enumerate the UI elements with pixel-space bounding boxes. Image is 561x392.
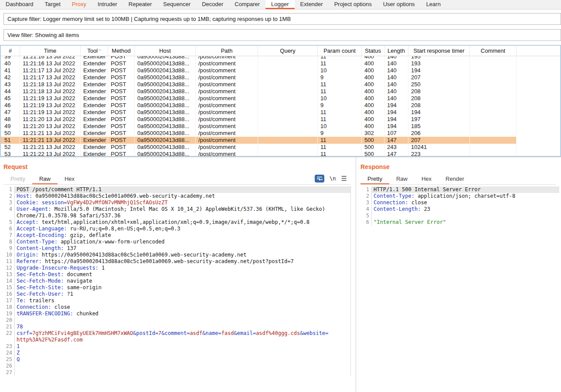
capture-filter-bar[interactable]: Capture filter: Logger memory limit set … xyxy=(3,13,561,25)
line-content xyxy=(15,317,350,324)
cell-timer: 194 xyxy=(408,109,470,116)
table-row[interactable]: 4211:21:17 13 Jul 2022ExtenderPOST0a9500… xyxy=(1,74,560,81)
cell-path: /post/comment xyxy=(196,102,258,109)
editor-tab-raw[interactable]: Raw xyxy=(389,174,415,184)
cell-query xyxy=(258,151,318,156)
menu-tab-extender[interactable]: Extender xyxy=(295,0,329,9)
menu-tab-repeater[interactable]: Repeater xyxy=(123,0,157,9)
line-content: POST /post/comment HTTP/1.1 xyxy=(15,186,350,193)
menu-tab-learn[interactable]: Learn xyxy=(421,0,446,9)
line-number: 13 xyxy=(3,271,15,278)
column-header-tool[interactable]: Tool^ xyxy=(81,46,108,56)
table-row[interactable]: 4411:21:18 13 Jul 2022ExtenderPOST0a9500… xyxy=(1,88,560,95)
cell-filler xyxy=(517,109,560,116)
table-row[interactable]: 5111:21:21 13 Jul 2022ExtenderPOST0a9500… xyxy=(1,137,560,144)
menu-tab-intruder[interactable]: Intruder xyxy=(92,0,123,9)
editor-tab-hex[interactable]: Hex xyxy=(58,174,82,184)
column-header-host[interactable]: Host xyxy=(135,46,196,56)
cell-comment xyxy=(470,130,517,137)
cell-query xyxy=(258,123,318,130)
cell-length: 140 xyxy=(384,95,408,102)
response-editor[interactable]: 1HTTP/1.1 500 Internal Server Error2Cont… xyxy=(360,186,559,226)
menu-tab-user-options[interactable]: User options xyxy=(377,0,421,9)
cell-timer: 197 xyxy=(408,116,470,123)
menu-tab-proxy[interactable]: Proxy xyxy=(66,0,92,9)
line-content: tRANSFER-ENCODING: chunked xyxy=(15,311,350,317)
cell-param_count: 11 xyxy=(318,56,362,60)
table-row[interactable]: 4911:21:20 13 Jul 2022ExtenderPOST0a9500… xyxy=(1,123,560,130)
pretty-print-toggle-icon[interactable] xyxy=(315,175,324,182)
line-number: 8 xyxy=(3,239,15,245)
table-row[interactable]: 4011:21:16 13 Jul 2022ExtenderPOST0a9500… xyxy=(1,60,560,67)
logger-table-header[interactable]: #TimeTool^MethodHostPathQueryParam count… xyxy=(1,46,560,56)
table-row[interactable]: 4111:21:17 13 Jul 2022ExtenderPOST0a9500… xyxy=(1,67,560,74)
cell-timer: 208 xyxy=(408,102,470,109)
table-row[interactable]: 5011:21:21 13 Jul 2022ExtenderPOST0a9500… xyxy=(1,130,560,137)
cell-query xyxy=(258,144,318,151)
editor-tab-raw[interactable]: Raw xyxy=(32,174,58,184)
line-content: "Internal Server Error" xyxy=(372,219,559,226)
column-header-length[interactable]: Length xyxy=(384,46,408,56)
editor-tab-hex[interactable]: Hex xyxy=(415,174,439,184)
editor-line: 2178 xyxy=(3,324,350,330)
column-header-#[interactable]: # xyxy=(1,46,20,56)
line-number: 19 xyxy=(3,311,15,317)
menu-tab-target[interactable]: Target xyxy=(39,0,66,9)
column-header-query[interactable]: Query xyxy=(258,46,318,56)
menu-tab-dashboard[interactable]: Dashboard xyxy=(0,0,39,9)
cell-method: POST xyxy=(108,74,135,81)
column-header-start-response-timer[interactable]: Start response timer xyxy=(408,46,470,56)
cell-comment xyxy=(470,123,517,130)
table-row[interactable]: 4511:21:19 13 Jul 2022ExtenderPOST0a9500… xyxy=(1,95,560,102)
line-number: 22 xyxy=(3,330,15,337)
logger-table-rows-viewport[interactable]: 3911:21:16 13 Jul 2022ExtenderPOST0a9500… xyxy=(1,56,560,156)
cell-num: 41 xyxy=(1,67,20,74)
cell-tool: Extender xyxy=(81,81,108,88)
column-header-param-count[interactable]: Param count xyxy=(318,46,362,56)
table-row[interactable]: 5211:21:21 13 Jul 2022ExtenderPOST0a9500… xyxy=(1,144,560,151)
table-row[interactable]: 5311:21:22 13 Jul 2022ExtenderPOST0a9500… xyxy=(1,151,560,156)
editor-menu-icon[interactable]: ☰ xyxy=(341,175,347,182)
cell-query xyxy=(258,67,318,74)
cell-comment xyxy=(470,67,517,74)
sort-ascending-icon: ^ xyxy=(99,49,101,54)
newline-display-icon[interactable]: \n xyxy=(330,176,336,182)
line-content: Sec-Fetch-Site: same-origin xyxy=(15,284,350,291)
cell-timer: 194 xyxy=(408,67,470,74)
table-row[interactable]: 4711:21:19 13 Jul 2022ExtenderPOST0a9500… xyxy=(1,109,560,116)
menu-tab-project-options[interactable]: Project options xyxy=(329,0,377,9)
line-content: Connection: close xyxy=(372,199,559,206)
editor-line: 5 xyxy=(360,213,559,219)
request-editor[interactable]: 1POST /post/comment HTTP/1.12Host: 0a950… xyxy=(3,186,351,376)
column-header-comment[interactable]: Comment xyxy=(470,46,517,56)
cell-method: POST xyxy=(108,151,135,156)
menu-tab-sequencer[interactable]: Sequencer xyxy=(157,0,196,9)
cell-param_count: 10 xyxy=(318,95,362,102)
column-header-status[interactable]: Status xyxy=(362,46,384,56)
line-content: http%3A%2F%2Fasdf.com xyxy=(15,337,350,343)
table-row[interactable]: 4611:21:19 13 Jul 2022ExtenderPOST0a9500… xyxy=(1,102,560,109)
cell-length: 140 xyxy=(384,74,408,81)
editor-tab-render[interactable]: Render xyxy=(439,174,471,184)
menu-tab-logger[interactable]: Logger xyxy=(265,0,294,9)
table-row[interactable]: 4311:21:18 13 Jul 2022ExtenderPOST0a9500… xyxy=(1,81,560,88)
line-number: 1 xyxy=(3,186,15,193)
column-header-time[interactable]: Time xyxy=(20,46,81,56)
editor-tab-pretty[interactable]: Pretty xyxy=(360,174,389,184)
table-row[interactable]: 3911:21:16 13 Jul 2022ExtenderPOST0a9500… xyxy=(1,56,560,60)
view-filter-bar[interactable]: View filter: Showing all items xyxy=(3,29,561,41)
line-number: 4 xyxy=(3,206,15,213)
editor-tab-pretty[interactable]: Pretty xyxy=(3,174,32,184)
menu-tab-comparer[interactable]: Comparer xyxy=(229,0,265,9)
table-row[interactable]: 4811:21:20 13 Jul 2022ExtenderPOST0a9500… xyxy=(1,116,560,123)
cell-filler xyxy=(517,88,560,95)
editor-line: 1POST /post/comment HTTP/1.1 xyxy=(3,186,350,193)
cell-filler xyxy=(517,102,560,109)
column-header-path[interactable]: Path xyxy=(196,46,258,56)
line-number: 27 xyxy=(3,369,15,376)
column-header-method[interactable]: Method xyxy=(108,46,135,56)
line-number: 23 xyxy=(3,343,15,350)
cell-status: 500 xyxy=(362,151,384,156)
line-number: 24 xyxy=(3,350,15,356)
menu-tab-decoder[interactable]: Decoder xyxy=(196,0,229,9)
